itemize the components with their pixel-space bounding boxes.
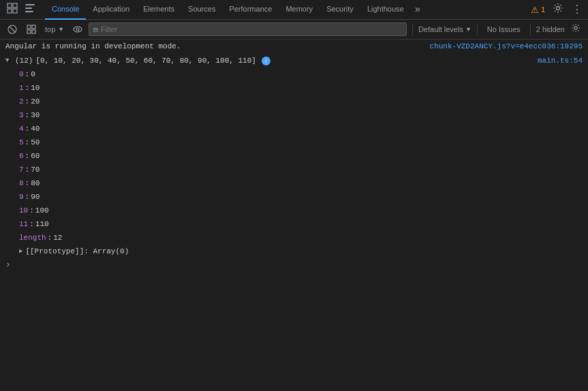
array-item-row: 4:40 bbox=[0, 122, 588, 136]
eye-button[interactable] bbox=[69, 24, 86, 35]
item-value: 100 bbox=[35, 204, 49, 217]
svg-line-9 bbox=[10, 27, 15, 32]
tab-security[interactable]: Security bbox=[320, 0, 360, 20]
item-value: 30 bbox=[31, 109, 40, 121]
devtools-tab-bar: Console Application Elements Sources Per… bbox=[0, 0, 588, 20]
item-index: 3 bbox=[19, 109, 24, 121]
svg-point-15 bbox=[76, 28, 79, 31]
toolbar-divider-2 bbox=[477, 23, 478, 35]
info-source-link[interactable]: chunk-VZD2ANCY.js?v=e4ecc036:19295 bbox=[430, 40, 583, 52]
array-item-row: 2:20 bbox=[0, 95, 588, 108]
svg-point-16 bbox=[574, 27, 577, 29]
item-index: 6 bbox=[19, 150, 24, 162]
tab-performance[interactable]: Performance bbox=[222, 0, 279, 20]
console-output[interactable]: Angular is running in development mode. … bbox=[0, 40, 588, 391]
settings-group: ⋮ bbox=[549, 0, 585, 19]
length-key: length bbox=[19, 232, 46, 244]
more-options-icon[interactable]: ⋮ bbox=[568, 0, 585, 19]
array-source-link[interactable]: main.ts:54 bbox=[538, 54, 583, 67]
item-value: 60 bbox=[31, 150, 40, 162]
filter-box: ⊟ bbox=[89, 22, 407, 36]
console-toolbar: top ▼ ⊟ Default levels ▼ No Issues 2 hid… bbox=[0, 20, 588, 40]
item-index: 11 bbox=[19, 218, 28, 230]
item-value: 0 bbox=[31, 68, 35, 80]
tab-console[interactable]: Console bbox=[45, 0, 86, 20]
clear-console-button[interactable] bbox=[4, 22, 20, 36]
item-index: 5 bbox=[19, 136, 24, 148]
array-item-row: 0:0 bbox=[0, 67, 588, 81]
item-index: 1 bbox=[19, 82, 24, 94]
array-item-row: 7:70 bbox=[0, 163, 588, 176]
proto-chevron-icon: ▶ bbox=[19, 245, 22, 257]
tab-sources[interactable]: Sources bbox=[181, 0, 222, 20]
context-selector[interactable]: top ▼ bbox=[42, 24, 67, 35]
array-expand-row[interactable]: ▼ (12) [0, 10, 20, 30, 40, 50, 60, 70, 8… bbox=[0, 54, 588, 67]
log-levels-label: Default levels bbox=[418, 25, 463, 33]
item-value: 110 bbox=[35, 218, 49, 230]
item-index: 9 bbox=[19, 191, 24, 203]
log-levels-selector[interactable]: Default levels ▼ bbox=[418, 25, 471, 33]
hidden-count-badge[interactable]: 2 hidden bbox=[536, 25, 565, 33]
svg-rect-1 bbox=[13, 3, 17, 7]
more-tabs-button[interactable]: » bbox=[411, 1, 424, 18]
svg-rect-11 bbox=[27, 30, 31, 33]
svg-rect-2 bbox=[7, 9, 12, 13]
warning-indicator[interactable]: ⚠ 1 bbox=[527, 5, 549, 15]
item-value: 40 bbox=[31, 123, 40, 135]
svg-point-7 bbox=[557, 7, 560, 10]
svg-point-14 bbox=[74, 27, 82, 32]
svg-rect-5 bbox=[25, 7, 32, 9]
warning-triangle-icon: ⚠ bbox=[531, 5, 539, 15]
item-index: 2 bbox=[19, 95, 24, 108]
array-item-row: 11:110 bbox=[0, 217, 588, 231]
svg-rect-6 bbox=[25, 11, 33, 12]
log-levels-chevron-icon: ▼ bbox=[465, 26, 471, 33]
tab-elements[interactable]: Elements bbox=[136, 0, 181, 20]
item-index: 10 bbox=[19, 204, 28, 217]
array-item-row: 3:30 bbox=[0, 108, 588, 122]
tab-memory[interactable]: Memory bbox=[279, 0, 320, 20]
filter-input[interactable] bbox=[101, 25, 402, 33]
item-index: 0 bbox=[19, 68, 24, 80]
svg-rect-12 bbox=[32, 25, 35, 29]
length-value: 12 bbox=[53, 232, 62, 244]
item-index: 8 bbox=[19, 177, 24, 189]
prototype-label: [[Prototype]]: Array(0) bbox=[25, 245, 129, 257]
array-count: (12) bbox=[15, 54, 33, 67]
array-item-row: 6:60 bbox=[0, 149, 588, 163]
svg-rect-4 bbox=[25, 4, 35, 5]
filter-icon: ⊟ bbox=[93, 25, 98, 34]
panel-icon[interactable] bbox=[5, 1, 19, 18]
prototype-row[interactable]: ▶ [[Prototype]]: Array(0) bbox=[0, 245, 588, 258]
length-property-row: length : 12 bbox=[0, 231, 588, 245]
svg-rect-10 bbox=[27, 25, 31, 29]
array-items-container: 0:01:102:203:304:405:506:607:708:809:901… bbox=[0, 67, 588, 231]
tab-lighthouse[interactable]: Lighthouse bbox=[360, 0, 411, 20]
array-info-icon[interactable]: i bbox=[262, 57, 270, 65]
array-item-row: 10:100 bbox=[0, 204, 588, 217]
console-input-line[interactable]: › bbox=[0, 258, 588, 272]
context-chevron-icon: ▼ bbox=[58, 26, 64, 33]
array-chevron-icon[interactable]: ▼ bbox=[5, 54, 12, 67]
inspect-button[interactable] bbox=[23, 22, 40, 36]
settings-icon[interactable] bbox=[549, 0, 567, 19]
panel-icon-group bbox=[3, 1, 40, 18]
cursor-icon[interactable] bbox=[23, 1, 37, 18]
toolbar-divider-3 bbox=[530, 23, 531, 35]
console-settings-icon[interactable] bbox=[568, 21, 584, 37]
array-item-row: 1:10 bbox=[0, 81, 588, 95]
item-value: 90 bbox=[31, 191, 40, 203]
item-value: 20 bbox=[31, 95, 40, 108]
console-info-message: Angular is running in development mode. … bbox=[0, 40, 588, 54]
angular-message: Angular is running in development mode. bbox=[5, 40, 181, 52]
array-left-content: ▼ (12) [0, 10, 20, 30, 40, 50, 60, 70, 8… bbox=[5, 54, 270, 67]
item-value: 10 bbox=[31, 82, 40, 94]
context-label: top bbox=[45, 25, 55, 33]
svg-rect-0 bbox=[7, 3, 12, 7]
svg-rect-13 bbox=[32, 30, 35, 33]
console-caret-icon: › bbox=[5, 259, 11, 271]
tab-application[interactable]: Application bbox=[86, 0, 136, 20]
item-value: 80 bbox=[31, 177, 40, 189]
item-value: 50 bbox=[31, 136, 40, 148]
item-index: 7 bbox=[19, 163, 24, 176]
